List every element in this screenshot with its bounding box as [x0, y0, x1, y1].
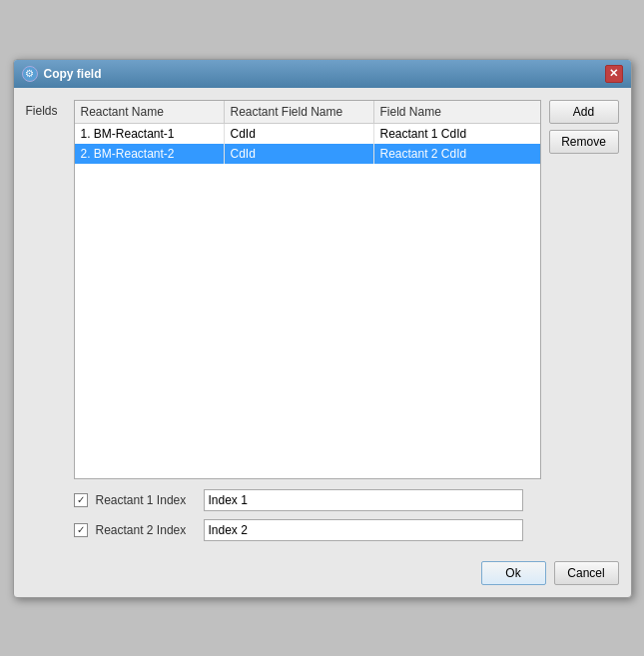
col-field-name: Field Name [374, 101, 540, 123]
reactant2-index-label: Reactant 2 Index [96, 523, 196, 537]
dialog-footer: Ok Cancel [14, 553, 631, 597]
index-section: ✓ Reactant 1 Index ✓ Reactant 2 Index [26, 489, 619, 541]
title-bar: ⚙ Copy field ✕ [14, 60, 631, 88]
dialog-body: Fields Reactant Name Reactant Field Name… [14, 88, 631, 553]
table-row[interactable]: 1. BM-Reactant-1 CdId Reactant 1 CdId [75, 124, 540, 144]
col-reactant-field-name: Reactant Field Name [225, 101, 374, 123]
cell-reactant-field-1: CdId [225, 124, 374, 144]
remove-button[interactable]: Remove [549, 130, 619, 154]
action-buttons: Add Remove [549, 100, 619, 154]
cancel-button[interactable]: Cancel [554, 561, 619, 585]
fields-section: Fields Reactant Name Reactant Field Name… [26, 100, 619, 479]
table-row[interactable]: 2. BM-Reactant-2 CdId Reactant 2 CdId [75, 144, 540, 164]
cell-field-name-2: Reactant 2 CdId [374, 144, 540, 164]
ok-button[interactable]: Ok [481, 561, 546, 585]
add-button[interactable]: Add [549, 100, 619, 124]
reactant2-index-input[interactable] [204, 519, 523, 541]
cell-reactant-field-2: CdId [225, 144, 374, 164]
title-bar-left: ⚙ Copy field [22, 66, 102, 82]
close-button[interactable]: ✕ [605, 65, 623, 83]
reactant2-checkbox[interactable]: ✓ [74, 523, 88, 537]
table-header: Reactant Name Reactant Field Name Field … [75, 101, 540, 124]
dialog-icon: ⚙ [22, 66, 38, 82]
reactant1-index-input[interactable] [204, 489, 523, 511]
fields-table: Reactant Name Reactant Field Name Field … [74, 100, 541, 479]
cell-reactant-name-1: 1. BM-Reactant-1 [75, 124, 225, 144]
reactant2-index-row: ✓ Reactant 2 Index [74, 519, 619, 541]
cell-field-name-1: Reactant 1 CdId [374, 124, 540, 144]
cell-reactant-name-2: 2. BM-Reactant-2 [75, 144, 225, 164]
reactant1-index-row: ✓ Reactant 1 Index [74, 489, 619, 511]
reactant1-checkbox[interactable]: ✓ [74, 493, 88, 507]
dialog-title: Copy field [44, 67, 102, 81]
fields-label: Fields [26, 100, 66, 118]
copy-field-dialog: ⚙ Copy field ✕ Fields Reactant Name Reac… [13, 59, 632, 598]
col-reactant-name: Reactant Name [75, 101, 225, 123]
reactant1-index-label: Reactant 1 Index [96, 493, 196, 507]
